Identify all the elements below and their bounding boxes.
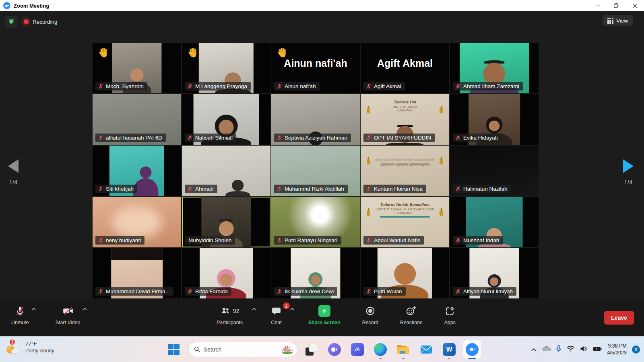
participant-tile[interactable]: Muhammad David Firma... <box>93 248 181 298</box>
participant-name: Ahmadi <box>195 186 214 192</box>
tray-microphone-icon[interactable] <box>556 345 561 354</box>
participant-tile[interactable]: Tadarus Ilmiah RamadhanINSTITUT AGAMA IS… <box>361 146 449 196</box>
wifi-icon[interactable] <box>567 346 575 353</box>
participants-button[interactable]: 92 Participants <box>213 299 253 325</box>
restore-icon[interactable] <box>607 0 625 11</box>
unmute-options-icon[interactable] <box>31 306 36 312</box>
participant-tile[interactable]: neny budiyanti <box>93 197 181 247</box>
lantern-icon <box>440 107 443 113</box>
cloud-icon <box>10 347 22 355</box>
volume-icon[interactable] <box>580 346 588 354</box>
page-indicator-left: 1/4 <box>9 179 18 185</box>
participant-name: Rifda Farnida <box>195 288 228 294</box>
weather-widget[interactable]: 1 77°F Partly cloudy <box>6 339 54 355</box>
record-button[interactable]: Record <box>358 299 382 325</box>
muted-mic-icon <box>277 83 282 89</box>
start-video-button[interactable]: Start Video <box>52 299 85 325</box>
participant-tile[interactable]: Moch. Syahroni <box>93 43 181 93</box>
participant-tile[interactable]: Nafisah Silmiati <box>182 94 270 144</box>
participant-tile[interactable]: Muhyiddin Sholeh <box>182 197 270 247</box>
participant-tile[interactable]: Agift AkmalAgift Akmal <box>361 43 449 93</box>
chat-button[interactable]: Chat 3 <box>267 299 290 325</box>
reactions-button[interactable]: Reactions <box>396 299 427 325</box>
participants-options-icon[interactable] <box>252 306 256 312</box>
participant-tile[interactable]: Ahmadi <box>182 146 270 196</box>
share-screen-button[interactable]: Share Screen <box>304 299 345 325</box>
muted-mic-icon <box>366 288 372 294</box>
participant-tile[interactable]: Rifda Farnida <box>182 248 270 298</box>
participant-name: Evika Hidayati <box>463 135 498 141</box>
participant-name: OPT IAI SYARIFUDDIN <box>374 135 431 141</box>
participant-name: Muhyiddin Sholeh <box>188 237 231 243</box>
lantern-icon <box>440 210 443 216</box>
apps-button[interactable]: Apps <box>440 299 460 325</box>
participant-name-label: neny budiyanti <box>95 236 144 245</box>
participant-tile[interactable]: Septivia Aziziyah Rahman <box>271 94 360 144</box>
leave-button[interactable]: Leave <box>604 311 634 325</box>
record-label: Record <box>362 320 378 325</box>
participant-name: Abdul Wadud Nafis <box>374 237 420 243</box>
weather-badge: 1 <box>9 339 16 346</box>
chat-options-icon[interactable] <box>290 306 295 312</box>
participant-name-label: OPT IAI SYARIFUDDIN <box>363 134 435 142</box>
participant-name-label: Mushhaf Indah <box>453 236 503 245</box>
muted-mic-icon <box>98 186 103 192</box>
slash-a-app-icon[interactable]: /A <box>349 338 366 361</box>
participant-name-label: Alfiyah Nurul Ilmiyah <box>453 287 516 296</box>
onedrive-icon[interactable] <box>542 346 551 353</box>
search-input[interactable] <box>204 346 268 353</box>
participant-tile[interactable]: Putri Rahayu Ningsari <box>271 197 360 247</box>
participant-name-label: Nafisah Silmiati <box>185 134 236 142</box>
mail-icon[interactable] <box>417 338 435 361</box>
person-silhouette <box>225 180 250 196</box>
participant-tile[interactable]: Halimatun Nazilah <box>450 146 539 196</box>
participant-name-label: Muhyiddin Sholeh <box>185 236 235 245</box>
notification-badge[interactable]: 2 <box>632 346 640 354</box>
participant-tile[interactable]: Mushhaf Indah <box>450 197 539 247</box>
participant-tile[interactable]: Ainun nafi'ahAinun nafi'ah <box>271 43 360 93</box>
video-off-icon <box>62 305 74 317</box>
next-page-icon[interactable] <box>623 159 634 173</box>
view-button[interactable]: View <box>603 15 633 26</box>
zoom-icon[interactable] <box>463 338 481 361</box>
word-icon[interactable]: W <box>440 338 458 361</box>
participant-name: Agift Akmal <box>374 83 401 89</box>
close-icon[interactable] <box>625 0 644 11</box>
participant-tile[interactable]: alfiatul hasanah PAI 6D <box>93 94 181 144</box>
participant-tile[interactable]: Ahmad Ilham Zamzami <box>450 43 539 93</box>
file-explorer-icon[interactable] <box>394 338 412 361</box>
unmute-button[interactable]: Unmute <box>7 299 33 325</box>
participant-tile[interactable]: Evika Hidayati <box>450 94 539 144</box>
participant-name: Putri Wulan <box>374 288 402 294</box>
previous-page-icon[interactable] <box>8 159 19 173</box>
battery-icon[interactable] <box>593 346 602 353</box>
participant-tile[interactable]: Muhammd Rizki Abdillah <box>271 146 360 196</box>
unmute-label: Unmute <box>11 320 29 325</box>
participants-label: Participants <box>217 320 243 325</box>
participant-tile[interactable]: Alfiyah Nurul Ilmiyah <box>450 248 539 298</box>
tray-chevron-up-icon[interactable] <box>531 346 537 353</box>
share-screen-label: Share Screen <box>308 320 341 325</box>
participant-tile[interactable]: Iik sukma dewi Dewi <box>271 248 360 298</box>
edge-icon[interactable] <box>372 338 389 361</box>
minimize-icon[interactable] <box>588 0 607 11</box>
widgets-icon[interactable] <box>303 338 320 361</box>
participants-icon <box>220 306 231 316</box>
start-icon[interactable] <box>165 338 183 361</box>
participant-tile[interactable]: M Langgeng Prayoga <box>182 43 270 93</box>
search-box[interactable] <box>188 338 297 361</box>
muted-mic-icon <box>277 237 282 243</box>
page-indicator-right: 1/4 <box>624 179 633 185</box>
meet-chat-icon[interactable] <box>326 338 343 361</box>
meeting-security-icon[interactable] <box>5 16 17 28</box>
recording-indicator-icon[interactable] <box>24 19 29 24</box>
participant-tile[interactable]: Tadarus IlmINSTITUT AGAMLUMAJANGOPT IAI … <box>361 94 449 144</box>
clock[interactable]: 9:38 PM 4/5/2023 <box>607 343 627 356</box>
video-options-icon[interactable] <box>83 306 87 312</box>
participant-tile[interactable]: Siti khotijah <box>93 146 181 196</box>
participant-tile[interactable]: Putri Wulan <box>361 248 449 298</box>
muted-mic-icon <box>98 237 103 243</box>
participant-name: Muhammad David Firma... <box>106 288 170 294</box>
dinosaur-icon[interactable] <box>280 343 295 356</box>
participant-tile[interactable]: Tadarus Ilmiah RamadhanINSTITUT AGAMA IS… <box>361 197 449 247</box>
